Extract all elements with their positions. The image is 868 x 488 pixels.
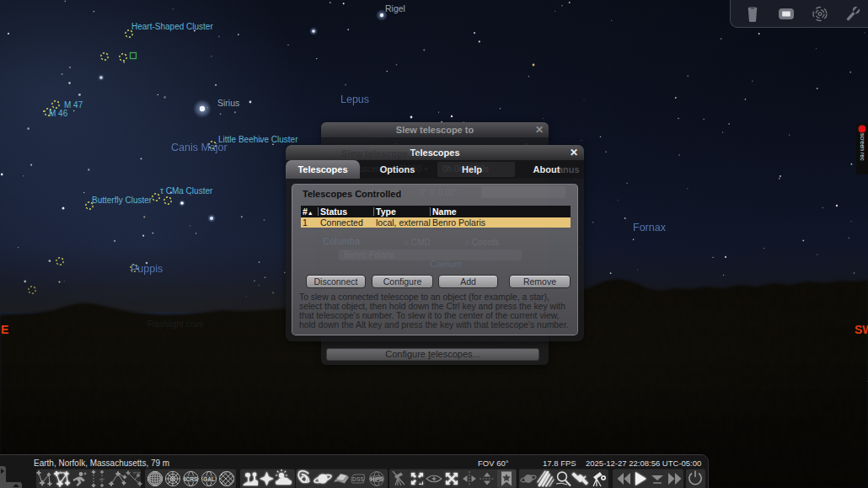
svg-text:DSS: DSS	[352, 476, 364, 482]
svg-text:orion: orion	[133, 470, 141, 475]
svg-text:ICRS: ICRS	[185, 476, 198, 482]
svg-text:HiPS: HiPS	[371, 476, 384, 482]
svg-text:ast: ast	[99, 477, 104, 481]
svg-text:orion: orion	[56, 470, 66, 475]
svg-text:GAL: GAL	[203, 476, 215, 482]
